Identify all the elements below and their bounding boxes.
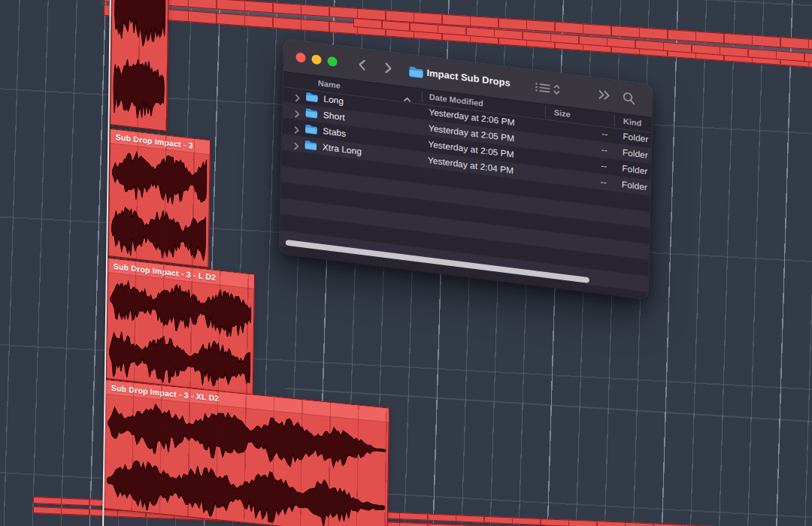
file-kind: Folder <box>622 163 647 177</box>
file-name: Long <box>323 94 344 107</box>
column-header-name[interactable]: Name <box>318 78 341 89</box>
toolbar-overflow-button[interactable] <box>598 89 611 101</box>
folder-icon <box>304 140 317 152</box>
search-button[interactable] <box>622 91 635 106</box>
file-kind: Folder <box>623 147 648 161</box>
window-title: Impact Sub Drops <box>426 67 511 88</box>
audio-clip[interactable] <box>110 0 169 132</box>
disclosure-chevron-icon <box>295 110 300 119</box>
file-name: Short <box>323 110 345 122</box>
waveform <box>114 0 165 50</box>
search-icon <box>622 91 635 106</box>
close-button[interactable] <box>295 53 305 63</box>
minimize-button[interactable] <box>311 54 321 65</box>
column-divider[interactable] <box>422 91 423 103</box>
waveform <box>113 48 165 128</box>
column-header-kind[interactable]: Kind <box>623 116 642 128</box>
folder-icon <box>304 123 317 135</box>
double-chevron-right-icon <box>598 89 611 101</box>
disclosure-chevron-icon <box>295 94 300 103</box>
audio-clip[interactable]: Sub Drop Impact - 3 - L D2 <box>106 258 255 395</box>
back-button[interactable] <box>353 56 369 74</box>
disclosure-chevron-icon <box>294 125 299 135</box>
disclosure-chevron-icon <box>294 142 299 151</box>
forward-button[interactable] <box>380 59 396 77</box>
file-name: Xtra Long <box>323 142 362 157</box>
zoom-button[interactable] <box>327 56 337 67</box>
finder-window: Impact Sub Drops <box>280 39 653 299</box>
waveform <box>112 146 208 207</box>
chevron-left-icon <box>357 59 365 71</box>
list-view-button[interactable] <box>535 81 560 95</box>
chevron-right-icon <box>384 62 392 74</box>
file-kind: Folder <box>623 131 648 144</box>
file-kind: Folder <box>622 179 647 192</box>
column-divider[interactable] <box>614 115 615 127</box>
waveform <box>111 202 207 264</box>
folder-icon <box>305 107 318 119</box>
folder-icon <box>408 65 423 82</box>
folder-icon <box>305 92 318 104</box>
daw-arrangement-view: Sub Drop Impact - 3Sub Drop Impact - 3 -… <box>0 0 812 526</box>
list-view-icon <box>535 81 560 95</box>
column-divider[interactable] <box>545 106 546 118</box>
audio-clip[interactable]: Sub Drop Impact - 3 <box>108 128 211 268</box>
file-name: Stabs <box>323 125 346 138</box>
column-header-size[interactable]: Size <box>554 108 571 119</box>
